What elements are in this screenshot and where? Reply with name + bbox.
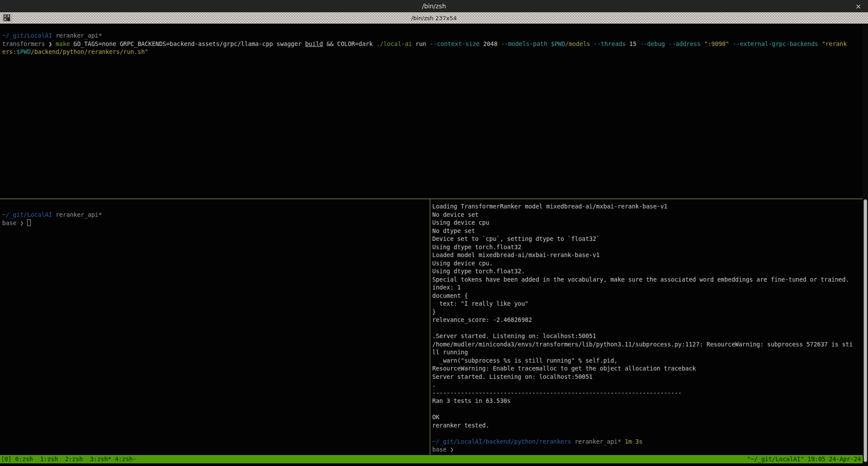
terminal-line: Using dtype torch.float32 bbox=[432, 243, 857, 251]
close-x-icon[interactable]: × bbox=[853, 0, 864, 12]
terminal-line: ----------------------------------------… bbox=[432, 389, 857, 397]
tab-title: /bin/zsh 237x54 bbox=[411, 15, 457, 21]
terminal-cursor bbox=[27, 219, 31, 226]
terminal-line bbox=[432, 429, 857, 438]
scrollbar-track[interactable] bbox=[863, 24, 868, 466]
terminal-line: reranker tested. bbox=[432, 421, 857, 430]
terminal-line: No dtype set bbox=[432, 227, 857, 235]
terminal-line: Server started. Listening on: localhost:… bbox=[432, 373, 857, 381]
terminal-line: Using device cpu. bbox=[432, 259, 857, 268]
tmux-status-bar: [0] 0:zsh 1:zsh 2:zsh 3:zsh* 4:zsh- "~/_… bbox=[0, 455, 863, 463]
terminal-line: Ran 3 tests in 63.530s bbox=[432, 397, 857, 405]
terminal-line: ll running bbox=[432, 348, 857, 357]
tab-bar: /bin/zsh 237x54 bbox=[0, 12, 868, 24]
terminal-line: base ❯ bbox=[2, 219, 427, 227]
terminal-pane-bottom-left[interactable]: ~/_git/LocalAI reranker_api*base ❯ bbox=[2, 211, 427, 227]
terminal-line: . bbox=[432, 381, 857, 389]
terminal-line: No device set bbox=[432, 211, 857, 219]
terminal-line: text: "I really like you" bbox=[432, 300, 857, 308]
terminal-line: index: 1 bbox=[432, 283, 857, 292]
terminal-line: ~/_git/LocalAI/backend/python/rerankers … bbox=[432, 438, 857, 446]
layout-grid-icon[interactable] bbox=[2, 14, 12, 22]
terminal-line bbox=[432, 405, 857, 413]
terminal-line: ers:$PWD/backend/python/rerankers/run.sh… bbox=[2, 48, 857, 56]
terminal-line: Using dtype torch.float32. bbox=[432, 267, 857, 275]
terminal-line: .Server started. Listening on: localhost… bbox=[432, 332, 857, 340]
tmux-status-right: "~/_git/LocalAI" 19:05 24-Apr-24 bbox=[747, 455, 861, 463]
terminal-pane-top[interactable]: ~/_git/LocalAI reranker_api*transformers… bbox=[2, 32, 857, 56]
tmux-vertical-pane-border bbox=[430, 199, 430, 455]
window-title: /bin/zsh bbox=[422, 3, 446, 10]
terminal-screen: ~/_git/LocalAI reranker_api*transformers… bbox=[0, 24, 868, 466]
terminal-line: _warn("subprocess %s is still running" %… bbox=[432, 357, 857, 365]
tmux-window-list: [0] 0:zsh 1:zsh 2:zsh 3:zsh* 4:zsh- bbox=[1, 455, 136, 463]
window-titlebar: /bin/zsh × bbox=[0, 0, 868, 12]
terminal-line: Loading TransformerRanker model mixedbre… bbox=[432, 202, 857, 211]
terminal-line: /home/mudler/miniconda3/envs/transformer… bbox=[432, 340, 857, 349]
terminal-pane-bottom-right[interactable]: Loading TransformerRanker model mixedbre… bbox=[432, 202, 857, 454]
terminal-line: base ❯ bbox=[432, 445, 857, 454]
terminal-line: ResourceWarning: Enable tracemalloc to g… bbox=[432, 364, 857, 373]
terminal-line: Special tokens have been added in the vo… bbox=[432, 275, 857, 284]
terminal-line: Device set to `cpu`, setting dtype to `f… bbox=[432, 235, 857, 243]
terminal-line: } bbox=[432, 308, 857, 316]
terminal-line: document { bbox=[432, 292, 857, 300]
terminal-line: ~/_git/LocalAI reranker_api* bbox=[2, 32, 857, 40]
terminal-line: transformers ❯ make GO_TAGS=none GRPC_BA… bbox=[2, 40, 857, 48]
terminal-line: OK bbox=[432, 413, 857, 421]
terminal-line: Using device cpu bbox=[432, 219, 857, 227]
terminal-line: Loaded model mixedbread-ai/mxbai-rerank-… bbox=[432, 251, 857, 259]
terminal-line bbox=[432, 324, 857, 332]
tmux-horizontal-pane-border bbox=[0, 198, 863, 199]
scrollbar-thumb[interactable] bbox=[864, 199, 867, 462]
terminal-line: relevance_score: -2.46826982 bbox=[432, 316, 857, 324]
terminal-line: ~/_git/LocalAI reranker_api* bbox=[2, 211, 427, 219]
